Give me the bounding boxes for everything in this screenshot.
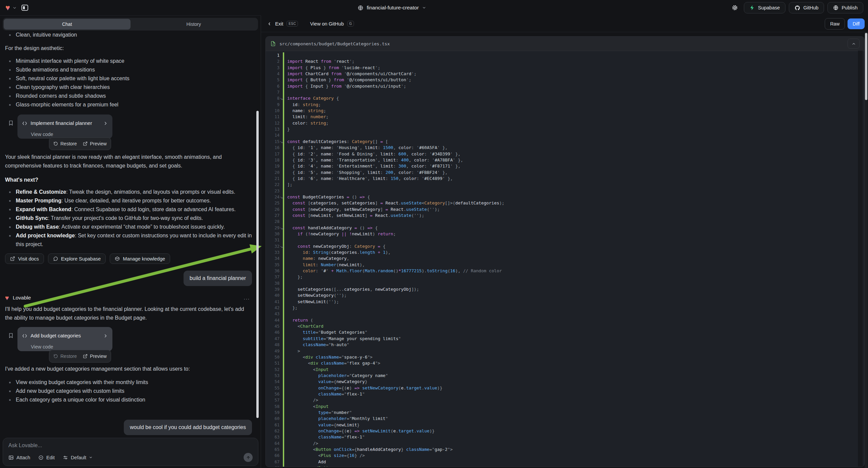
page-scrollbar[interactable] bbox=[865, 32, 868, 468]
code-line: 50 <div className="space-y-6"> bbox=[266, 354, 864, 360]
code-brackets-icon bbox=[22, 334, 27, 338]
list-item: Each category gets a unique color for vi… bbox=[5, 396, 252, 404]
preview-button[interactable]: Preview bbox=[83, 139, 107, 148]
chevron-right-icon[interactable] bbox=[103, 334, 108, 338]
code-line: 68 </Button> bbox=[266, 465, 864, 467]
view-on-github-button[interactable]: View on GitHub G bbox=[310, 21, 354, 27]
code-line: 35 limit: Number(newLimit), bbox=[266, 262, 864, 268]
code-line: 65 <Button onClick={handleAddCategory} c… bbox=[266, 446, 864, 452]
composer-toolbar: Attach Edit Default bbox=[8, 453, 253, 462]
topbar-left: ♥ bbox=[0, 2, 31, 13]
restore-button[interactable]: Restore bbox=[53, 139, 77, 148]
line-number: 66 bbox=[266, 452, 283, 459]
message-menu-icon[interactable]: ... bbox=[244, 293, 250, 302]
explore-supabase-button[interactable]: Explore Supabase bbox=[48, 254, 106, 264]
design-heading: For the design aesthetic: bbox=[5, 44, 252, 53]
edit-mode-button[interactable]: Edit bbox=[38, 455, 55, 460]
code-line: 6import { Input } from '@/components/ui/… bbox=[266, 83, 864, 89]
lovable-avatar-icon: ♥ bbox=[5, 294, 9, 301]
code-line: 24const BudgetCategories = () => { bbox=[266, 194, 864, 200]
attach-button[interactable]: Attach bbox=[8, 455, 30, 460]
page-scrollbar-thumb[interactable] bbox=[865, 33, 867, 100]
chat-scrollbar[interactable] bbox=[256, 111, 259, 418]
line-number: 2 bbox=[266, 58, 283, 64]
supabase-label: Supabase bbox=[758, 5, 780, 10]
line-number: 11 bbox=[266, 114, 283, 120]
settings-gear-icon[interactable] bbox=[729, 2, 741, 13]
file-header[interactable]: src/components/budget/BudgetCategories.t… bbox=[266, 37, 864, 51]
code-brackets-icon bbox=[22, 121, 27, 125]
lovable-logo-icon[interactable]: ♥ bbox=[5, 4, 10, 12]
code-line: 19 { id: '4', name: 'Entertainment', lim… bbox=[266, 163, 864, 169]
bookmark-icon[interactable] bbox=[8, 332, 14, 339]
line-number: 6 bbox=[266, 83, 283, 89]
code-line: 33 id: String(categories.length + 1), bbox=[266, 250, 864, 256]
exit-button[interactable]: Exit ESC bbox=[267, 21, 298, 27]
send-button[interactable] bbox=[244, 453, 253, 462]
tab-history[interactable]: History bbox=[130, 19, 257, 30]
list-item: Glass-morphic elements for a premium fee… bbox=[5, 100, 252, 109]
code-line: 43 bbox=[266, 311, 864, 317]
github-button[interactable]: GitHub bbox=[789, 2, 824, 13]
manage-knowledge-button[interactable]: Manage knowledge bbox=[110, 254, 170, 264]
restore-button[interactable]: Restore bbox=[53, 352, 77, 360]
code-line: 58 <Input bbox=[266, 404, 864, 410]
code-scrollbar-track[interactable] bbox=[858, 51, 863, 467]
sidebar-toggle-icon[interactable] bbox=[19, 2, 31, 13]
code-line: 59 type="number" bbox=[266, 410, 864, 416]
preview-button[interactable]: Preview bbox=[83, 352, 107, 360]
line-number: 21 bbox=[266, 176, 283, 182]
project-switcher[interactable]: financial-future-creator bbox=[358, 0, 426, 16]
code-line: 2import React from 'react'; bbox=[266, 58, 864, 64]
code-line: 14 bbox=[266, 132, 864, 138]
publish-button[interactable]: Publish bbox=[828, 2, 863, 13]
code-line: 39 setCategories([...categories, newCate… bbox=[266, 286, 864, 292]
tab-chat[interactable]: Chat bbox=[4, 19, 130, 30]
diff-toggle-button[interactable]: Diff bbox=[847, 19, 865, 29]
code-line: 67 Add bbox=[266, 459, 864, 465]
version-card-title: Add budget categories bbox=[31, 331, 100, 340]
list-item: Master Prompting: Use clear, detailed, a… bbox=[5, 196, 252, 205]
line-number: 35 bbox=[266, 262, 283, 268]
target-icon bbox=[38, 455, 43, 460]
chat-message-list[interactable]: Clean, intuitive navigation For the desi… bbox=[0, 31, 261, 438]
line-number: 51 bbox=[266, 360, 283, 366]
model-selector[interactable]: Default bbox=[63, 455, 93, 460]
file-added-icon bbox=[271, 41, 276, 46]
version-card-row: Add budget categories View code Restore bbox=[5, 327, 252, 359]
line-number: 31 bbox=[266, 237, 283, 243]
code-line: 31 bbox=[266, 237, 864, 243]
assistant-name: Lovable bbox=[13, 293, 31, 302]
assistant-header: ♥ Lovable ... bbox=[5, 293, 252, 302]
version-card-implement-planner[interactable]: Implement financial planner View code bbox=[18, 115, 113, 139]
composer-input[interactable]: Ask Lovable... bbox=[8, 442, 253, 448]
code-line: 52 <Input bbox=[266, 367, 864, 373]
line-number: 37 bbox=[266, 274, 283, 280]
chevron-down-icon[interactable] bbox=[12, 6, 17, 10]
whats-next-heading: What's next? bbox=[5, 176, 252, 184]
line-number: 50 bbox=[266, 354, 283, 360]
github-octocat-icon bbox=[795, 5, 800, 11]
chevron-right-icon[interactable] bbox=[103, 121, 108, 125]
code-line: 40 setNewCategory(''); bbox=[266, 292, 864, 298]
line-number: 30 bbox=[266, 231, 283, 237]
supabase-bolt-icon bbox=[750, 5, 755, 10]
version-card-add-budget-categories[interactable]: Add budget categories View code bbox=[18, 327, 113, 351]
line-number: 16 bbox=[266, 145, 283, 151]
user-message: would be cool if you could add budget ca… bbox=[124, 420, 252, 435]
line-number: 58 bbox=[266, 404, 283, 410]
line-number: 67 bbox=[266, 459, 283, 465]
chat-composer[interactable]: Ask Lovable... Attach Edit Default bbox=[3, 438, 258, 466]
collapse-file-button[interactable] bbox=[847, 39, 860, 49]
code-editor[interactable]: 12import React from 'react';3import { Pl… bbox=[266, 51, 864, 467]
visit-docs-button[interactable]: Visit docs bbox=[5, 254, 44, 264]
raw-toggle-button[interactable]: Raw bbox=[825, 18, 845, 30]
version-card-title: Implement financial planner bbox=[31, 119, 100, 127]
code-line: 13} bbox=[266, 126, 864, 132]
bookmark-icon[interactable] bbox=[8, 120, 14, 126]
code-line: 30 if (!newCategory || !newLimit) return… bbox=[266, 231, 864, 237]
chevron-left-icon bbox=[267, 22, 272, 26]
line-number: 65 bbox=[266, 446, 283, 452]
chevron-down-icon bbox=[89, 456, 93, 459]
supabase-button[interactable]: Supabase bbox=[744, 2, 785, 13]
